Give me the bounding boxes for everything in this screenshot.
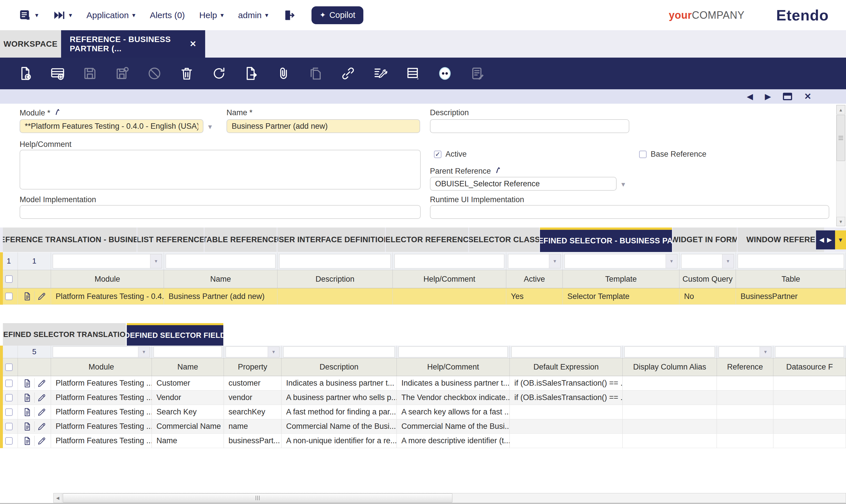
description-field[interactable] — [430, 119, 629, 133]
scrollbar-thumb[interactable] — [63, 493, 453, 503]
row-checkbox[interactable] — [5, 293, 13, 300]
tab-table-reference[interactable]: TABLE REFERENCE — [205, 228, 277, 252]
tab-list-reference[interactable]: LIST REFERENCE — [138, 228, 204, 252]
tab-reference-translation[interactable]: REFERENCE TRANSLATION - BUSINE... — [3, 228, 137, 252]
active-checkbox[interactable]: ✓ — [434, 151, 441, 158]
new-row-button[interactable] — [50, 66, 65, 81]
filter-input[interactable] — [624, 346, 715, 357]
filter-dropdown-icon[interactable]: ▼ — [666, 254, 677, 268]
filter-input[interactable]: ▼ — [53, 346, 150, 357]
quick-create-button[interactable]: ▾ — [48, 9, 77, 22]
scrollbar-thumb[interactable] — [836, 115, 845, 161]
filter-dropdown-icon[interactable]: ▼ — [268, 347, 279, 357]
copilot-robot-icon[interactable] — [437, 66, 453, 81]
base-reference-checkbox[interactable] — [639, 151, 647, 158]
filter-input[interactable] — [399, 346, 508, 357]
tab-workspace[interactable]: WORKSPACE — [0, 30, 61, 58]
column-header[interactable]: Name — [164, 270, 278, 288]
filter-input[interactable] — [511, 346, 621, 357]
filter-input[interactable] — [775, 346, 844, 357]
filter-dropdown-icon[interactable]: ▼ — [760, 347, 771, 357]
column-header[interactable]: Help/Comment — [393, 270, 506, 288]
column-header[interactable]: Reference — [717, 358, 773, 376]
undo-button[interactable] — [147, 66, 162, 81]
column-header[interactable]: Description — [278, 270, 393, 288]
row-checkbox[interactable] — [5, 437, 13, 445]
menu-alerts[interactable]: Alerts (0) — [145, 11, 190, 20]
clone-button[interactable] — [308, 66, 323, 81]
save-and-new-button[interactable] — [115, 66, 130, 81]
record-icon[interactable] — [22, 378, 32, 388]
new-document-button[interactable] — [18, 66, 33, 81]
form-vertical-scrollbar[interactable]: ▲ ▼ — [836, 105, 845, 227]
export-button[interactable] — [244, 66, 259, 81]
refresh-button[interactable] — [211, 66, 227, 81]
row-checkbox[interactable] — [5, 380, 13, 387]
notes-button[interactable] — [470, 66, 484, 81]
runtime-ui-field[interactable] — [430, 205, 829, 219]
filter-input[interactable] — [166, 254, 276, 268]
grid2-row[interactable]: Platform Features Testing ... Name busin… — [0, 434, 846, 448]
audit-trail-button[interactable] — [373, 66, 388, 81]
filter-dropdown-icon[interactable]: ▼ — [549, 254, 561, 268]
help-comment-field[interactable] — [20, 150, 421, 190]
delete-button[interactable] — [179, 66, 194, 81]
row-checkbox[interactable] — [5, 423, 13, 430]
column-header[interactable]: Module — [51, 358, 152, 376]
quick-launch-button[interactable]: ▾ — [13, 8, 43, 22]
grid2-row[interactable]: Platform Features Testing ... Customer c… — [0, 376, 846, 391]
grid-horizontal-scrollbar[interactable]: ◀ — [53, 493, 846, 503]
tab-overflow-button[interactable]: ▼ — [835, 230, 846, 249]
filter-input[interactable] — [283, 346, 395, 357]
tab-widget-in-form[interactable]: WIDGET IN FORM — [673, 228, 737, 252]
edit-pencil-icon[interactable] — [37, 393, 47, 403]
filter-input[interactable]: ▼ — [226, 346, 280, 357]
column-header[interactable]: Display Column Alias — [623, 358, 717, 376]
column-header[interactable]: Table — [736, 270, 846, 288]
close-window-icon[interactable]: ✕ — [804, 92, 811, 101]
column-header[interactable]: Datasource F — [773, 358, 846, 376]
filter-input[interactable]: ▼ — [681, 254, 734, 268]
link-button[interactable] — [340, 66, 356, 81]
grid2-row[interactable]: Platform Features Testing ... Commercial… — [0, 419, 846, 434]
record-icon[interactable] — [22, 407, 32, 417]
column-header[interactable]: Property — [224, 358, 282, 376]
maximize-icon[interactable] — [783, 93, 792, 100]
save-button[interactable] — [83, 66, 98, 81]
attachment-button[interactable] — [276, 66, 291, 81]
record-icon[interactable] — [22, 436, 32, 446]
column-header[interactable]: Custom Query — [680, 270, 736, 288]
menu-help[interactable]: Help ▾ — [194, 11, 229, 20]
column-header[interactable]: Template — [563, 270, 680, 288]
filter-input[interactable]: ▼ — [719, 346, 771, 357]
scroll-up-button[interactable]: ▲ — [836, 105, 845, 114]
filter-input[interactable] — [154, 346, 222, 357]
filter-dropdown-icon[interactable]: ▼ — [722, 254, 734, 268]
next-record-icon[interactable]: ▶ — [765, 93, 771, 100]
edit-pencil-icon[interactable] — [37, 421, 47, 431]
tab-defined-selector-field[interactable]: DEFINED SELECTOR FIELD — [127, 323, 223, 346]
name-field[interactable] — [227, 119, 420, 133]
tab-user-interface-definition[interactable]: USER INTERFACE DEFINITION — [278, 228, 385, 252]
tab-reference-business-partner[interactable]: REFERENCE - BUSINESS PARTNER (... ✕ — [61, 30, 205, 58]
menu-user[interactable]: admin ▾ — [233, 11, 274, 20]
scroll-left-button[interactable]: ◀ — [54, 493, 62, 503]
module-dropdown-icon[interactable]: ▼ — [207, 123, 213, 131]
grid1-row-selected[interactable]: Platform Features Testing - 0.4... Busin… — [0, 288, 846, 305]
filter-input[interactable] — [279, 254, 391, 268]
copilot-button[interactable]: ✦ Copilot — [312, 6, 363, 24]
filter-input[interactable]: ▼ — [53, 254, 162, 268]
row-checkbox[interactable] — [5, 408, 13, 416]
edit-pencil-icon[interactable] — [37, 436, 47, 446]
parent-reference-dropdown-icon[interactable]: ▼ — [620, 181, 627, 188]
module-field[interactable] — [20, 119, 204, 133]
parent-reference-field[interactable] — [430, 177, 617, 191]
filter-input[interactable] — [738, 254, 844, 268]
edit-pencil-icon[interactable] — [37, 407, 47, 417]
logout-button[interactable] — [278, 9, 301, 22]
column-header[interactable]: Active — [506, 270, 563, 288]
previous-record-icon[interactable]: ◀ — [747, 93, 753, 100]
column-header[interactable]: Name — [152, 358, 224, 376]
form-view-button[interactable] — [405, 66, 420, 81]
filter-input[interactable] — [394, 254, 504, 268]
